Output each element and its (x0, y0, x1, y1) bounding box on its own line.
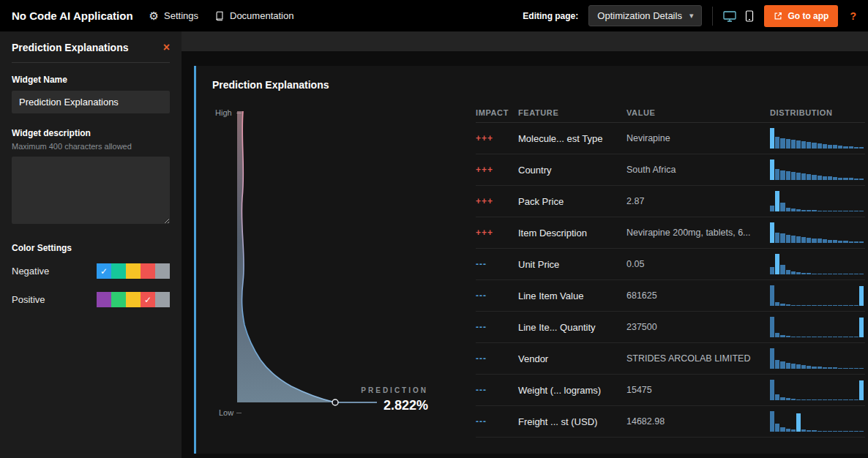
negative-swatch-4[interactable] (155, 263, 170, 279)
histogram-bar (843, 274, 848, 274)
table-row[interactable]: +++Pack Price2.87 (476, 186, 865, 217)
histogram-bar (823, 367, 827, 369)
histogram-bar (838, 431, 842, 432)
histogram-bar (786, 429, 790, 432)
impact-indicator: --- (476, 385, 518, 395)
negative-swatch-2[interactable] (126, 263, 141, 279)
prediction-explanations-widget[interactable]: Prediction Explanations High Low (194, 66, 868, 454)
positive-swatch-3[interactable]: ✓ (141, 292, 155, 307)
app-title: No Code AI Application (12, 10, 133, 22)
histogram-bar (801, 237, 806, 243)
widget-name-input[interactable] (12, 91, 170, 113)
histogram-bar (796, 337, 801, 337)
explanation-curve (233, 110, 390, 413)
histogram-bar (786, 363, 790, 369)
histogram-bar (780, 170, 785, 180)
feature-value: STRIDES ARCOLAB LIMITED (626, 353, 770, 364)
feature-value: 14682.98 (626, 416, 770, 427)
documentation-button[interactable]: Documentation (214, 10, 293, 21)
histogram-bar (859, 286, 864, 306)
histogram-bar (818, 239, 822, 243)
table-row[interactable]: ---Freight ... st (USD)14682.98 (476, 406, 865, 438)
histogram-bar (828, 240, 832, 243)
feature-name: Pack Price (518, 196, 626, 207)
close-icon[interactable]: × (163, 42, 170, 53)
negative-swatch-3[interactable] (141, 263, 155, 279)
negative-color-row: Negative ✓ (12, 263, 170, 279)
table-row[interactable]: +++CountrySouth Africa (476, 154, 865, 186)
histogram-bar (791, 209, 796, 211)
table-row[interactable]: ---VendorSTRIDES ARCOLAB LIMITED (476, 343, 865, 375)
positive-swatch-2[interactable] (126, 292, 141, 307)
positive-swatch-0[interactable] (97, 292, 111, 307)
histogram-bar (796, 173, 801, 180)
histogram-bar (807, 366, 811, 369)
table-row[interactable]: ---Weight (... lograms)15475 (476, 375, 865, 406)
feature-value: 237500 (626, 322, 770, 332)
prediction-label: PREDICTION (315, 386, 428, 394)
histogram-bar (786, 270, 790, 274)
histogram-bar (854, 241, 858, 243)
histogram-bar (812, 210, 816, 211)
go-to-app-button[interactable]: Go to app (764, 5, 838, 27)
desktop-view-icon[interactable] (723, 10, 736, 22)
histogram-bar (859, 241, 864, 243)
histogram-bar (849, 178, 853, 180)
histogram-bar (843, 178, 848, 180)
histogram-bar (786, 171, 790, 180)
histogram-bar (775, 333, 779, 337)
histogram-bar (843, 241, 848, 243)
histogram-bar (770, 267, 774, 274)
widget-description-input[interactable] (12, 157, 170, 224)
histogram-bar (859, 380, 864, 400)
main-canvas: Prediction Explanations High Low (182, 31, 868, 458)
histogram-bar (859, 431, 864, 432)
histogram-bar (818, 337, 822, 337)
histogram-bar (775, 394, 779, 400)
check-icon: ✓ (100, 266, 108, 277)
histogram-bar (770, 411, 774, 432)
histogram-bar (801, 365, 806, 369)
distribution-histogram (770, 254, 865, 274)
histogram-bar (770, 206, 774, 211)
histogram-bar (786, 304, 790, 306)
settings-button[interactable]: ⚙ Settings (149, 10, 198, 21)
histogram-bar (812, 337, 816, 337)
histogram-bar (833, 274, 837, 274)
widget-description-hint: Maximum 400 characters allowed (12, 142, 170, 151)
histogram-bar (807, 337, 811, 337)
histogram-bar (833, 177, 837, 180)
histogram-bar (849, 241, 853, 243)
histogram-bar (796, 399, 801, 400)
histogram-bar (786, 208, 790, 211)
axis-low-label: Low (219, 408, 233, 417)
positive-swatch-4[interactable] (155, 292, 170, 307)
negative-swatches: ✓ (97, 263, 170, 279)
histogram-bar (854, 431, 858, 432)
histogram-bar (770, 348, 774, 369)
histogram-bar (812, 143, 816, 149)
histogram-bar (791, 337, 796, 337)
sidebar-title: Prediction Explanations (12, 42, 128, 53)
histogram-bar (775, 360, 779, 369)
positive-swatch-1[interactable] (111, 292, 126, 307)
mobile-view-icon[interactable] (745, 10, 754, 22)
table-row[interactable]: +++Item DescriptionNevirapine 200mg, tab… (476, 217, 865, 249)
histogram-bar (812, 274, 816, 274)
negative-swatch-1[interactable] (111, 263, 126, 279)
help-button[interactable]: ? (848, 10, 858, 22)
negative-swatch-0[interactable]: ✓ (97, 263, 111, 279)
table-row[interactable]: ---Line Item Value681625 (476, 280, 865, 312)
histogram-bar (828, 176, 832, 180)
page-selector-dropdown[interactable]: Optimization Details ▾ (588, 5, 702, 26)
distribution-histogram (770, 411, 865, 432)
table-row[interactable]: +++Molecule... est TypeNevirapine (476, 123, 865, 154)
table-row[interactable]: ---Unit Price0.05 (476, 249, 865, 280)
header-impact: IMPACT (476, 108, 518, 117)
histogram-bar (791, 172, 796, 180)
histogram-bar (823, 274, 827, 274)
histogram-bar (801, 305, 806, 306)
histogram-bar (849, 274, 853, 274)
table-row[interactable]: ---Line Ite... Quantity237500 (476, 312, 865, 343)
impact-indicator: --- (476, 353, 518, 364)
